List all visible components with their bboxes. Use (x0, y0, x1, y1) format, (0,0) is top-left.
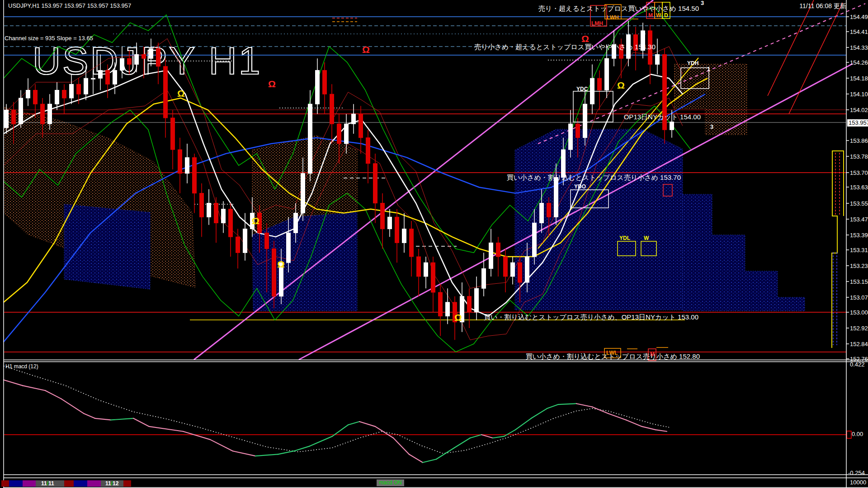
macd-toggle-button[interactable]: macd ON (377, 479, 404, 486)
macd-main-line (531, 408, 547, 418)
period-box-label: W (656, 13, 661, 18)
macd-main-line (310, 436, 332, 446)
candle-body (330, 94, 334, 124)
update-timestamp: 11/11 06:08 更新 (799, 3, 846, 9)
candle-body (359, 114, 363, 138)
candle-body (344, 124, 349, 144)
candle-body (5, 110, 9, 127)
right-edge-kumo (832, 151, 844, 348)
macd-main-line (278, 451, 294, 454)
candle-body (207, 203, 211, 217)
macd-main-line (642, 427, 656, 430)
candle-body (366, 138, 370, 164)
macd-main-line (515, 418, 531, 430)
candle-body (222, 209, 226, 223)
candle-body (504, 257, 508, 277)
macd-main-line (423, 459, 436, 462)
signal-omega-icon: Ω (617, 80, 625, 90)
candle-body (547, 203, 551, 217)
signal-omega-icon: Ω (268, 79, 276, 89)
candle-body (656, 55, 660, 65)
candle-body (489, 243, 493, 268)
period-box-label: LWH (607, 15, 619, 20)
price-axis-label: 154.260 (850, 60, 868, 66)
candle-body (381, 203, 385, 229)
macd-main-line (393, 438, 409, 454)
price-axis-label: 153.155 (850, 279, 868, 285)
candle-body (55, 90, 59, 104)
price-axis-label: 153.705 (850, 170, 868, 176)
session-bar (87, 480, 101, 487)
macd-main-line (547, 404, 558, 408)
macd-main-line (183, 432, 210, 440)
candle-body (576, 124, 580, 138)
order-annotation: OP13日NYカット 154.00 (624, 113, 701, 120)
pivot-count-digit: 1 (707, 66, 710, 72)
macd-main-line (61, 399, 84, 413)
price-axis-label: 152.765 (850, 356, 868, 362)
candle-body (41, 104, 45, 124)
candle-body (229, 209, 233, 237)
candle-body (33, 90, 38, 104)
candle-body (178, 150, 182, 174)
macd-main-line (470, 435, 481, 438)
candle-body (308, 104, 312, 174)
candle-body (70, 84, 74, 98)
candle-body (533, 223, 537, 257)
kumo-step-yellow (832, 151, 844, 348)
pivot-count-digit: 3 (710, 124, 713, 130)
period-box-label: D (664, 13, 668, 18)
macd-main-line (294, 446, 310, 451)
candle-body (475, 288, 479, 312)
candle-body (91, 78, 95, 79)
price-axis-label: 153.470 (850, 216, 868, 222)
macd-main-line (210, 440, 233, 451)
period-box-label: YDO (574, 184, 586, 189)
candle-body (84, 78, 88, 94)
pivot-count-digit: 3 (701, 0, 704, 6)
signal-omega-icon: Ω (177, 89, 185, 98)
macd-main-line (454, 438, 470, 448)
macd-main-line (133, 418, 149, 427)
candle-body (193, 158, 197, 193)
price-axis-label: 153.785 (850, 154, 868, 160)
date-axis-label[interactable]: 11/12 (105, 481, 118, 486)
period-box-label: YDL (619, 235, 630, 241)
price-axis-label: 153.235 (850, 263, 868, 269)
price-axis-label: 153.000 (850, 310, 868, 315)
candle-body (120, 58, 124, 70)
candle-body (373, 164, 377, 203)
chart-canvas[interactable]: USDJPY H1 (0, 0, 868, 488)
order-annotation: 買い・割り込むとストップロス売り小さめ、OP13日NYカット 153.00 (484, 314, 698, 320)
candle-body (99, 70, 103, 79)
macd-indicator-label: H1 macd (12) (5, 364, 38, 369)
candle-body (525, 257, 529, 282)
candle-body (467, 296, 472, 312)
price-axis-label: 153.865 (850, 138, 868, 144)
price-axis-label: 152.920 (850, 325, 868, 331)
candle-body (77, 84, 81, 94)
candle-body (402, 229, 406, 243)
macd-pane (4, 366, 851, 463)
ichimoku-clouds (5, 64, 805, 311)
price-axis-label: 153.075 (850, 295, 868, 300)
cloud-navy-future (683, 194, 805, 311)
candle-body (439, 292, 443, 316)
session-bar (123, 480, 131, 487)
macd-main-line (348, 422, 359, 425)
candle-body (142, 55, 146, 59)
order-annotation: 売り・超えるとストップロス買いやや小さめ 154.50 (538, 5, 699, 12)
signal-omega-icon: Ω (581, 34, 589, 43)
volume-scale-label: 10000 (850, 479, 866, 485)
date-axis-label[interactable]: 11/11 (41, 481, 54, 486)
order-annotation: 買い小さめ・割り込むとストップロス売り小さめ 152.80 (526, 353, 700, 360)
candle-body (200, 193, 204, 217)
candle-body (243, 229, 247, 253)
macd-main-line (23, 385, 45, 390)
price-axis-label: 153.315 (850, 247, 868, 253)
macd-main-line (409, 454, 423, 462)
symbol-ohlc-title: USDJPY,H1 153.957 153.957 153.957 153.95… (8, 3, 131, 9)
macd-scale-zero: 0.00 (852, 431, 863, 437)
candle-body (352, 114, 356, 124)
period-box-label: YDH (687, 61, 698, 66)
